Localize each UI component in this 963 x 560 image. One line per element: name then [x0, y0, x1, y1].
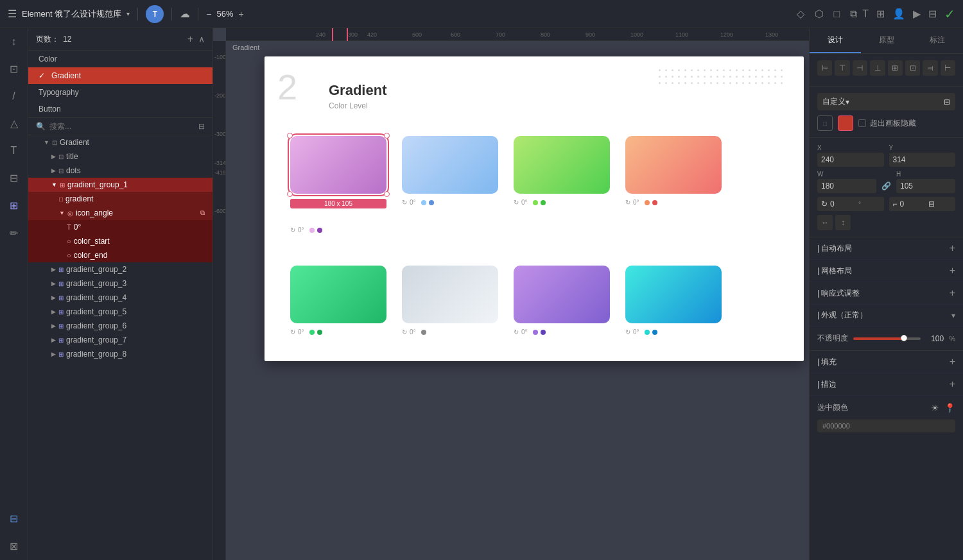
align-center-v-button[interactable]: ⊞ — [888, 60, 903, 76]
tree-item-gradient-root[interactable]: ▼ ⊡ Gradient — [28, 135, 213, 149]
tree-item-gradient-group-2[interactable]: ▶ ⊞ gradient_group_2 — [28, 262, 213, 276]
tree-item-dots[interactable]: ▶ ⊟ dots — [28, 164, 213, 178]
h-input[interactable] — [896, 179, 955, 193]
publish-icon[interactable]: ⊟ — [928, 8, 937, 20]
x-input[interactable] — [817, 153, 884, 167]
tab-annotation[interactable]: 标注 — [912, 28, 963, 53]
pen-tool-icon[interactable]: / — [10, 88, 17, 105]
project-dropdown-arrow[interactable]: ▾ — [126, 10, 130, 17]
search-input[interactable] — [49, 122, 195, 131]
gradient-item-5[interactable]: ↻ 0° — [290, 266, 386, 335]
flip-h-button[interactable]: ↔ — [817, 215, 833, 230]
distribute-v-button[interactable]: ⊢ — [941, 60, 955, 76]
custom-select[interactable]: 自定义 ▾ ⊟ — [817, 93, 955, 110]
tree-item-0deg[interactable]: T 0° — [28, 220, 213, 234]
project-name[interactable]: Element 饿了么设计规范库 — [22, 8, 121, 20]
tab-prototype[interactable]: 原型 — [861, 28, 912, 53]
tree-item-icon-angle[interactable]: ▼ ◎ icon_angle ⧉ — [28, 206, 213, 220]
canvas-area[interactable]: 240 300 420 500 600 700 800 900 1000 110… — [213, 28, 809, 560]
nav-item-gradient[interactable]: ✓ Gradient — [28, 67, 213, 84]
tree-item-gradient-group-6[interactable]: ▶ ⊞ gradient_group_6 — [28, 319, 213, 333]
auto-layout-plus[interactable]: + — [950, 242, 955, 254]
layers-tool-icon[interactable]: ⊠ — [7, 538, 21, 555]
tree-item-gradient-group-1[interactable]: ▼ ⊞ gradient_group_1 — [28, 178, 213, 192]
nav-item-button[interactable]: Button — [28, 101, 213, 117]
frame-tool-icon[interactable]: ⊡ — [7, 60, 21, 78]
cloud-icon[interactable]: ☁ — [180, 8, 190, 20]
tree-item-gradient-group-3[interactable]: ▶ ⊞ gradient_group_3 — [28, 276, 213, 291]
gradient-item-6[interactable]: ↻ 0° — [402, 266, 498, 335]
responsive-plus[interactable]: + — [950, 287, 955, 299]
light-mode-icon[interactable]: ☀ — [931, 403, 939, 413]
gradient-item-1[interactable]: 180 x 105 ↻ 0° — [290, 136, 386, 233]
shape-tool-icon[interactable]: △ — [8, 115, 21, 132]
rotate-input[interactable] — [830, 199, 856, 208]
ruler-v-300: -300 — [214, 131, 226, 137]
frame-subtitle: Color Level — [329, 101, 778, 110]
tree-item-title[interactable]: ▶ ⊡ title — [28, 149, 213, 164]
tree-item-gradient[interactable]: □ gradient — [28, 192, 213, 206]
opacity-slider[interactable] — [853, 337, 921, 340]
text-tool-icon[interactable]: T — [8, 142, 20, 159]
lock-icon[interactable]: 🔗 — [881, 182, 891, 193]
tree-item-color-end[interactable]: ○ color_end — [28, 248, 213, 262]
menu-icon[interactable]: ☰ — [8, 8, 17, 20]
y-input[interactable] — [889, 153, 956, 167]
clip-checkbox[interactable] — [858, 119, 866, 127]
filter-icon[interactable]: ⊟ — [198, 122, 205, 131]
stroke-plus[interactable]: + — [950, 378, 955, 390]
nav-item-typography[interactable]: Typography — [28, 84, 213, 101]
diamond-tool-icon[interactable]: ◇ — [797, 8, 804, 20]
fill-none-option[interactable]: □ — [817, 115, 833, 131]
component-tool-icon[interactable]: ⊞ — [7, 197, 21, 214]
tree-item-gradient-group-5[interactable]: ▶ ⊞ gradient_group_5 — [28, 305, 213, 319]
align-bottom-button[interactable]: ⊡ — [905, 60, 920, 76]
tab-design[interactable]: 设计 — [810, 28, 861, 53]
copy-icon[interactable]: ⧉ — [200, 209, 205, 217]
tree-item-gradient-group-8[interactable]: ▶ ⊞ gradient_group_8 — [28, 347, 213, 361]
dark-mode-icon[interactable]: 📍 — [944, 403, 955, 413]
zoom-plus-button[interactable]: + — [239, 9, 244, 19]
align-left-button[interactable]: ⊨ — [817, 60, 832, 76]
play-icon[interactable]: ▶ — [913, 8, 921, 20]
fill-color-option[interactable] — [838, 115, 853, 131]
add-page-button[interactable]: + — [187, 33, 193, 45]
appearance-dropdown[interactable]: ▾ — [951, 311, 955, 320]
distribute-h-button[interactable]: ⫤ — [923, 60, 937, 76]
gradient-item-8[interactable]: ↻ 0° — [625, 266, 722, 335]
type-icon[interactable]: T — [862, 8, 869, 20]
avatar[interactable]: T — [146, 5, 164, 23]
gradient-item-3[interactable]: ↻ 0° — [514, 136, 610, 233]
nav-item-color[interactable]: Color — [28, 51, 213, 67]
zoom-value[interactable]: 56% — [217, 9, 234, 19]
copy-tool-icon[interactable]: ⧉ — [850, 8, 857, 20]
gradient-item-2[interactable]: ↻ 0° — [402, 136, 498, 233]
grid-icon[interactable]: ⊞ — [876, 8, 885, 20]
check-icon[interactable]: ✓ — [944, 6, 955, 22]
image-tool-icon[interactable]: ⊟ — [7, 169, 21, 187]
gradient-item-4[interactable]: ↻ 0° — [625, 136, 722, 233]
hexagon-tool-icon[interactable]: ⬡ — [815, 8, 824, 20]
pencil-tool-icon[interactable]: ✏ — [7, 225, 21, 242]
color-hex-input[interactable]: #000000 — [817, 420, 955, 432]
pages-tool-icon[interactable]: ⊟ — [7, 510, 21, 527]
corner-input[interactable] — [900, 199, 926, 208]
move-tool-icon[interactable]: ↕ — [9, 33, 19, 50]
align-right-button[interactable]: ⊣ — [853, 60, 867, 76]
zoom-minus-button[interactable]: − — [206, 9, 211, 19]
collapse-button[interactable]: ∧ — [198, 34, 205, 44]
fill-plus[interactable]: + — [950, 356, 955, 368]
monitor-tool-icon[interactable]: □ — [834, 8, 840, 20]
flip-v-button[interactable]: ↕ — [835, 215, 851, 230]
align-top-button[interactable]: ⊥ — [870, 60, 885, 76]
align-center-h-button[interactable]: ⊤ — [835, 60, 849, 76]
expand-icon: ⊟ — [928, 199, 935, 208]
tree-item-color-start[interactable]: ○ color_start — [28, 234, 213, 248]
w-input[interactable] — [817, 179, 876, 193]
grid-layout-plus[interactable]: + — [950, 265, 955, 276]
user-icon[interactable]: 👤 — [892, 8, 905, 20]
tree-item-gradient-group-7[interactable]: ▶ ⊞ gradient_group_7 — [28, 333, 213, 347]
expand-fullscreen-icon[interactable]: ⊟ — [944, 98, 950, 106]
gradient-item-7[interactable]: ↻ 0° — [514, 266, 610, 335]
tree-item-gradient-group-4[interactable]: ▶ ⊞ gradient_group_4 — [28, 291, 213, 305]
